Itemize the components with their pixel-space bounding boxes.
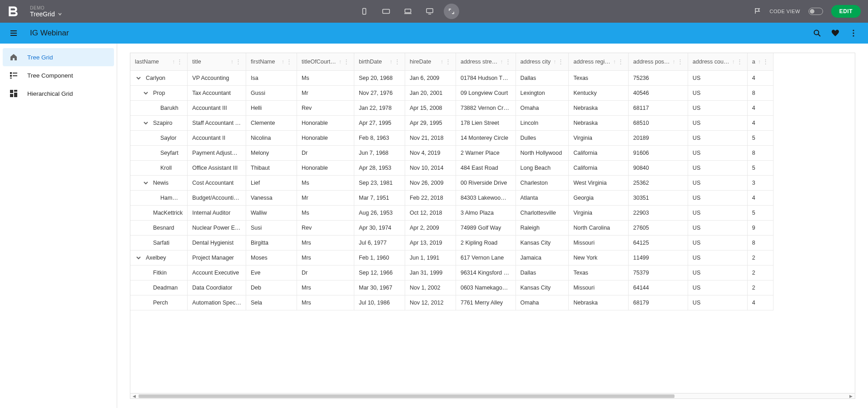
column-menu-icon[interactable]: ⋮: [618, 58, 624, 65]
sort-asc-icon[interactable]: ↑: [282, 59, 284, 65]
table-row[interactable]: PerchAutomation Spec…SelaMrsJul 10, 1986…: [130, 295, 773, 310]
column-header-addressRegion[interactable]: address regi…↑⋮: [569, 53, 629, 70]
table-row[interactable]: NewisCost AccountantLiefMsSep 23, 1981No…: [130, 175, 773, 190]
sort-asc-icon[interactable]: ↑: [758, 59, 761, 65]
expand-placeholder: [141, 268, 150, 277]
table-row[interactable]: AxelbeyProject ManagerMosesMrsFeb 1, 196…: [130, 250, 773, 265]
table-row[interactable]: PropTax AccountantGussiMrNov 27, 1976Jan…: [130, 85, 773, 100]
table-row[interactable]: DeadmanData CoordiatorDebMrsMar 30, 1967…: [130, 280, 773, 295]
codeview-toggle[interactable]: [808, 8, 823, 15]
table-row[interactable]: SarfatiDental HygienistBirgittaMrsJul 6,…: [130, 235, 773, 250]
cell-addressCountry: US: [688, 190, 747, 205]
column-menu-icon[interactable]: ⋮: [677, 58, 683, 65]
scroll-thumb[interactable]: [139, 394, 675, 398]
sort-asc-icon[interactable]: ↑: [500, 59, 503, 65]
column-menu-icon[interactable]: ⋮: [505, 58, 511, 65]
table-row[interactable]: SeyfartPayment Adjust…MelonyDrJun 7, 196…: [130, 145, 773, 160]
flag-icon[interactable]: [754, 7, 761, 16]
menu-button[interactable]: [5, 25, 22, 41]
table-row[interactable]: CarlyonVP AccountingIsaMsSep 20, 1968Jan…: [130, 70, 773, 85]
sort-asc-icon[interactable]: ↑: [231, 59, 233, 65]
table-row[interactable]: FitkinAccount ExecutiveEveDrSep 12, 1966…: [130, 265, 773, 280]
svg-point-9: [853, 32, 854, 34]
horizontal-scrollbar[interactable]: ◀ ▶: [130, 393, 855, 398]
table-row[interactable]: BesnardNuclear Power E…SusiRevApr 30, 19…: [130, 220, 773, 235]
cell-hireDate: Jan 20, 2001: [405, 85, 456, 100]
device-phone-button[interactable]: [357, 4, 372, 19]
column-header-title[interactable]: title↑⋮: [188, 53, 246, 70]
sort-asc-icon[interactable]: ↑: [673, 59, 675, 65]
sort-asc-icon[interactable]: ↑: [732, 59, 734, 65]
cell-extra: 8: [747, 235, 773, 250]
cell-addressCountry: US: [688, 235, 747, 250]
svg-rect-11: [10, 72, 12, 74]
sort-asc-icon[interactable]: ↑: [339, 59, 342, 65]
column-header-lastName[interactable]: lastName↑⋮: [130, 53, 188, 70]
sort-asc-icon[interactable]: ↑: [613, 59, 616, 65]
cell-title: Account Executive: [188, 265, 246, 280]
expand-toggle[interactable]: [141, 178, 150, 187]
column-header-addressStreet[interactable]: address stre…↑⋮: [456, 53, 516, 70]
sort-asc-icon[interactable]: ↑: [172, 59, 175, 65]
column-header-addressPostalCode[interactable]: address pos…↑⋮: [629, 53, 688, 70]
sort-asc-icon[interactable]: ↑: [441, 59, 443, 65]
column-menu-icon[interactable]: ⋮: [558, 58, 564, 65]
scroll-left-icon[interactable]: ◀: [133, 394, 136, 398]
column-menu-icon[interactable]: ⋮: [394, 58, 400, 65]
column-label: address regi…: [573, 59, 610, 65]
sidebar-item-tree-grid[interactable]: Tree Grid: [3, 48, 114, 66]
sort-asc-icon[interactable]: ↑: [390, 59, 392, 65]
device-desktop-button[interactable]: [422, 4, 437, 19]
expand-toggle[interactable]: [141, 118, 150, 128]
cell-firstName: Sela: [246, 295, 297, 310]
cell-addressStreet: 7761 Merry Alley: [456, 295, 516, 310]
expand-toggle[interactable]: [134, 253, 143, 262]
column-header-addressCountry[interactable]: address cou…↑⋮: [688, 53, 747, 70]
more-button[interactable]: [844, 24, 863, 42]
column-menu-icon[interactable]: ⋮: [177, 58, 183, 65]
table-row[interactable]: Ham…Budget/Accounti…VanessaMrMar 7, 1951…: [130, 190, 773, 205]
table-row[interactable]: BarukhAccountant IIIHelliRevJan 22, 1978…: [130, 100, 773, 115]
column-header-addressCity[interactable]: address city↑⋮: [516, 53, 569, 70]
scroll-right-icon[interactable]: ▶: [849, 394, 853, 398]
cell-addressRegion: Missouri: [569, 280, 629, 295]
device-tablet-landscape-button[interactable]: [378, 4, 394, 19]
column-menu-icon[interactable]: ⋮: [235, 58, 241, 65]
cell-firstName: Thibaut: [246, 160, 297, 175]
column-header-hireDate[interactable]: hireDate↑⋮: [405, 53, 456, 70]
column-header-extra[interactable]: a↑⋮: [747, 53, 773, 70]
sort-asc-icon[interactable]: ↑: [553, 59, 556, 65]
table-row[interactable]: SzapiroStaff Accountant …ClementeHonorab…: [130, 115, 773, 130]
expand-toggle[interactable]: [141, 88, 150, 98]
table-row[interactable]: MacKettrickInternal AuditorWalliwMsAug 2…: [130, 205, 773, 220]
cell-lastName: Barukh: [130, 100, 188, 115]
org-label: DEMO: [30, 5, 62, 10]
device-laptop-button[interactable]: [400, 4, 416, 19]
device-fullscreen-button[interactable]: [444, 4, 459, 19]
column-menu-icon[interactable]: ⋮: [737, 58, 743, 65]
sidebar-item-tree-component[interactable]: Tree Component: [3, 66, 114, 84]
cell-addressRegion: Texas: [569, 265, 629, 280]
cell-title: Data Coordiator: [188, 280, 246, 295]
cell-addressCountry: US: [688, 85, 747, 100]
column-header-firstName[interactable]: firstName↑⋮: [246, 53, 297, 70]
svg-rect-0: [363, 9, 366, 15]
cell-addressStreet: 484 East Road: [456, 160, 516, 175]
table-row[interactable]: SaylorAccountant IINicolinaHonorableFeb …: [130, 130, 773, 145]
edit-button[interactable]: EDIT: [831, 5, 861, 18]
favorite-button[interactable]: [826, 24, 844, 42]
column-header-birthDate[interactable]: birthDate↑⋮: [354, 53, 405, 70]
column-menu-icon[interactable]: ⋮: [343, 58, 349, 65]
column-menu-icon[interactable]: ⋮: [445, 58, 451, 65]
column-header-titleOfCourtesy[interactable]: titleOfCourt…↑⋮: [297, 53, 354, 70]
project-picker[interactable]: DEMO TreeGrid: [30, 5, 62, 18]
expand-toggle[interactable]: [134, 74, 143, 83]
table-row[interactable]: KrollOffice Assistant IIIThibautHonorabl…: [130, 160, 773, 175]
sidebar-item-hierarchical-grid[interactable]: Hierarchical Grid: [3, 84, 114, 103]
cell-hireDate: Jan 6, 2009: [405, 70, 456, 85]
column-menu-icon[interactable]: ⋮: [763, 58, 769, 65]
cell-birthDate: Sep 12, 1966: [354, 265, 405, 280]
cell-titleOfCourtesy: Ms: [297, 175, 354, 190]
search-button[interactable]: [808, 24, 826, 42]
column-menu-icon[interactable]: ⋮: [286, 58, 292, 65]
